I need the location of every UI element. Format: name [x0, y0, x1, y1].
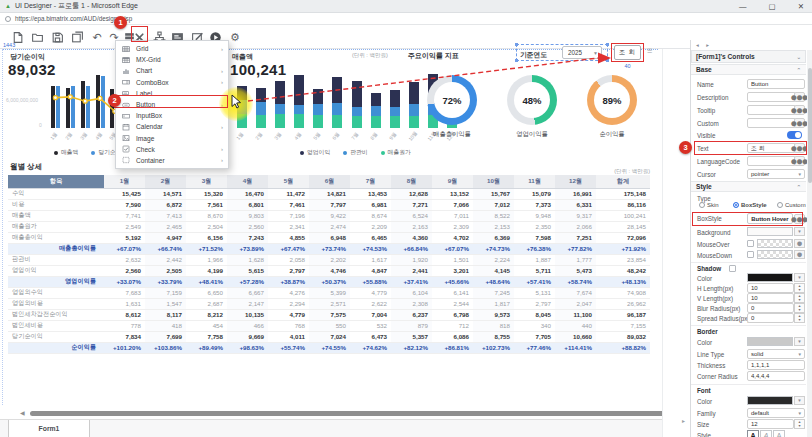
- table-cell: +88.82%: [596, 342, 650, 353]
- table-cell: 4,199: [186, 265, 227, 276]
- languagecode-input[interactable]: [747, 156, 796, 166]
- table-cell: +67.07%: [432, 243, 473, 254]
- table-cell: 6,473: [350, 331, 391, 342]
- description-input[interactable]: [747, 92, 796, 102]
- settings-icon[interactable]: ⚙: [228, 30, 242, 44]
- table-cell: 7,159: [145, 287, 186, 298]
- shadow-checkbox[interactable]: [729, 265, 736, 272]
- spinner-icon[interactable]: ▲▼: [794, 283, 805, 293]
- menu-item-chart[interactable]: Chart›: [116, 65, 228, 76]
- mouseover-checkbox[interactable]: [747, 240, 754, 247]
- spinner-icon[interactable]: ▲▼: [794, 419, 805, 429]
- ellipsis-button[interactable]: ⬤: [794, 250, 805, 259]
- table-cell: +101.20%: [104, 342, 145, 353]
- panel-resize-icon[interactable]: ▸: [682, 417, 685, 424]
- underline-button[interactable]: A: [773, 430, 785, 437]
- radio-boxstyle[interactable]: BoxStyle: [733, 202, 767, 208]
- h-length-input[interactable]: [747, 283, 794, 293]
- bar-segment: [294, 105, 304, 114]
- minimize-button[interactable]: —: [739, 2, 747, 11]
- maximize-button[interactable]: ▢: [769, 2, 776, 11]
- table-cell: 818: [473, 320, 514, 331]
- bar-segment: [313, 89, 323, 104]
- background-swatch[interactable]: [747, 227, 793, 236]
- ellipsis-button[interactable]: ⬤⬤⬤: [794, 105, 805, 115]
- column-header: 12월: [555, 175, 596, 188]
- save-icon[interactable]: [50, 30, 64, 44]
- bar-segment: [275, 104, 285, 115]
- tooltip-input[interactable]: [747, 105, 796, 115]
- spinner-icon[interactable]: ▲▼: [794, 313, 805, 323]
- ellipsis-button[interactable]: ⬤⬤⬤: [794, 156, 805, 166]
- italic-button[interactable]: A: [760, 430, 772, 437]
- shadow-color-swatch[interactable]: [747, 273, 793, 282]
- custom-input[interactable]: [747, 118, 796, 128]
- thickness-input[interactable]: [747, 360, 805, 370]
- table-cell: 6,156: [186, 232, 227, 243]
- line-type-select[interactable]: solid▼: [747, 349, 805, 359]
- blur-radius-input[interactable]: [747, 303, 794, 313]
- save-all-icon[interactable]: [70, 30, 84, 44]
- mousedown-swatch[interactable]: [757, 250, 793, 259]
- font-color-swatch[interactable]: [747, 396, 793, 405]
- designer-canvas[interactable]: 1443 당기순이익 89,032 6,000,000,000 0 1월2월3월…: [0, 49, 662, 411]
- table-row: 판관비2,6322,4421,9661,6282,0582,2021,6171,…: [8, 254, 650, 265]
- panel-scrollbar[interactable]: [807, 50, 812, 437]
- chevron-down-icon[interactable]: ▼: [794, 337, 805, 346]
- menu-item-inputbox[interactable]: InputBox: [116, 110, 228, 121]
- section-style[interactable]: Style⌃: [691, 181, 806, 192]
- cursor-select[interactable]: pointer▼: [747, 169, 805, 179]
- menu-item-calendar[interactable]: Calendar›: [116, 121, 228, 132]
- visible-toggle[interactable]: [787, 131, 802, 139]
- component-menu-icon[interactable]: ☰: [647, 47, 652, 54]
- open-folder-icon[interactable]: [30, 30, 44, 44]
- spread-radius-input[interactable]: [747, 313, 794, 323]
- menu-item-container[interactable]: Container›: [116, 155, 228, 166]
- spinner-icon[interactable]: ▲▼: [794, 293, 805, 303]
- mouseover-swatch[interactable]: [757, 239, 793, 248]
- border-color-swatch[interactable]: [747, 337, 793, 346]
- year-dropdown[interactable]: 2025 ▼: [562, 46, 602, 59]
- radio-custom[interactable]: Custom: [777, 202, 806, 208]
- ellipsis-button[interactable]: ⬤: [794, 239, 805, 248]
- font-size-input[interactable]: [747, 419, 794, 429]
- menu-item-image[interactable]: Image: [116, 133, 228, 144]
- undo-icon[interactable]: ↶: [90, 30, 104, 44]
- menu-item-mx-grid[interactable]: MX-Grid: [116, 54, 228, 65]
- column-header: 2월: [145, 175, 186, 188]
- stacked-legend: 영업이익판관비매출원가: [300, 148, 424, 157]
- panel-header[interactable]: [Form1]'s Controls⌄: [691, 50, 806, 63]
- radio-skin[interactable]: Skin: [699, 202, 719, 208]
- v-length-input[interactable]: [747, 293, 794, 303]
- menu-item-check[interactable]: Check›: [116, 144, 228, 155]
- table-row: 순이익률+101.20%+103.86%+89.49%+98.63%+55.74…: [8, 342, 650, 353]
- name-input[interactable]: [747, 79, 805, 89]
- table-cell: 89,032: [596, 331, 650, 342]
- table-row: 매출원가2,5492,4652,5042,5602,3412,4742,2092…: [8, 221, 650, 232]
- table-cell: 532: [350, 320, 391, 331]
- mousedown-checkbox[interactable]: [747, 251, 754, 258]
- close-button[interactable]: ✕: [798, 2, 804, 11]
- scroll-left-icon[interactable]: ◀: [20, 409, 25, 416]
- table-cell: 7,705: [514, 331, 555, 342]
- ellipsis-button[interactable]: ⬤⬤⬤: [794, 118, 805, 128]
- font-family-select[interactable]: default▼: [747, 408, 805, 418]
- panel-nav-icons[interactable]: ◂ ▸: [696, 42, 712, 48]
- corner-radius-input[interactable]: [747, 371, 805, 381]
- chevron-down-icon[interactable]: ▼: [794, 273, 805, 282]
- spinner-icon[interactable]: ▲▼: [794, 303, 805, 313]
- horizontal-scrollbar[interactable]: [30, 411, 676, 416]
- menu-item-combobox[interactable]: ComboBox›: [116, 77, 228, 88]
- bold-button[interactable]: A: [747, 430, 759, 437]
- column-header: 항목: [8, 175, 104, 188]
- section-base[interactable]: Base⌃: [691, 64, 806, 75]
- bar-segment: [332, 115, 342, 128]
- chevron-down-icon[interactable]: ▼: [794, 396, 805, 405]
- chevron-down-icon[interactable]: ▼: [794, 227, 805, 236]
- column-header: 1월: [104, 175, 145, 188]
- chevron-down-icon: ▼: [593, 50, 598, 56]
- table-cell: 2,058: [268, 254, 309, 265]
- tab-form1[interactable]: Form1: [8, 420, 90, 437]
- ellipsis-button[interactable]: ⬤⬤⬤: [794, 92, 805, 102]
- menu-item-grid[interactable]: Grid›: [116, 43, 228, 54]
